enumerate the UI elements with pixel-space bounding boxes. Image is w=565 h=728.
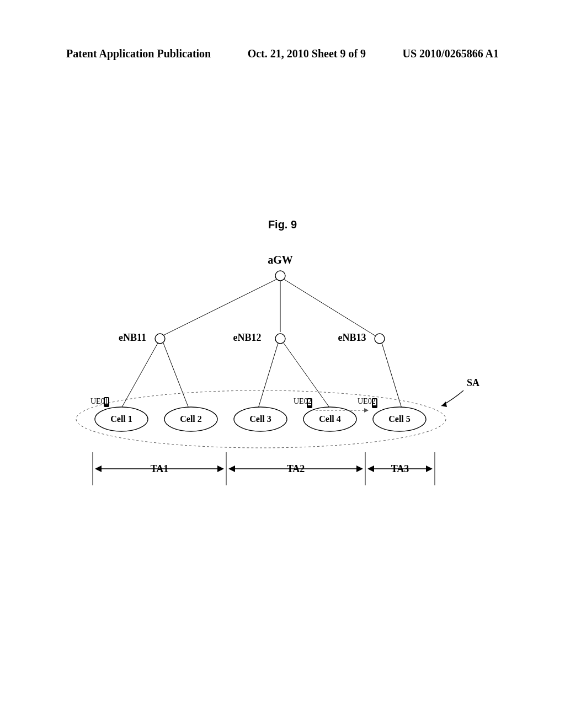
enb11-node-icon (155, 334, 165, 344)
ta2-label: TA2 (287, 463, 305, 474)
cell-label: Cell 2 (180, 414, 202, 424)
agw-label: aGW (268, 254, 293, 266)
svg-marker-32 (426, 465, 433, 472)
ue02-prime-label: UE02' (358, 397, 377, 405)
cell-3: Cell 3 (234, 407, 287, 431)
svg-marker-19 (364, 408, 369, 413)
cell-5: Cell 5 (373, 407, 426, 431)
enb11-label: eNB11 (119, 332, 146, 343)
svg-marker-31 (367, 465, 374, 472)
cell-label: Cell 5 (388, 414, 411, 424)
svg-line-5 (258, 343, 278, 408)
cell-label: Cell 3 (249, 414, 271, 424)
svg-line-3 (121, 343, 158, 408)
svg-line-4 (163, 343, 189, 408)
enb13-label: eNB13 (338, 332, 366, 343)
ta1-label: TA1 (151, 463, 169, 474)
svg-line-7 (382, 343, 402, 408)
cell-1: Cell 1 (95, 407, 148, 431)
enb12-label: eNB12 (233, 332, 262, 343)
cell-label: Cell 4 (319, 414, 341, 424)
header-left: Patent Application Publication (66, 47, 211, 60)
svg-marker-25 (95, 465, 102, 472)
header-right: US 2010/0265866 A1 (403, 47, 499, 60)
cell-label: Cell 1 (110, 414, 132, 424)
diagram: aGW eNB11 eNB12 eNB13 SA Cell 1 Cell 2 (71, 254, 490, 507)
svg-marker-26 (217, 465, 224, 472)
cell-2: Cell 2 (164, 407, 217, 431)
sa-label: SA (467, 377, 479, 388)
page: Patent Application Publication Oct. 21, … (0, 0, 565, 728)
svg-line-0 (161, 279, 277, 336)
page-header: Patent Application Publication Oct. 21, … (66, 47, 499, 60)
enb13-node-icon (375, 334, 385, 344)
enb12-node-icon (275, 334, 285, 344)
svg-marker-28 (228, 465, 235, 472)
agw-node-icon (275, 271, 285, 281)
ta3-label: TA3 (391, 463, 409, 474)
header-center: Oct. 21, 2010 Sheet 9 of 9 (248, 47, 366, 60)
sa-arrow-icon (441, 402, 447, 407)
figure-label: Fig. 9 (0, 218, 565, 231)
ue02-label: UE02 (294, 397, 312, 405)
svg-line-2 (284, 279, 376, 336)
ue01-label: UE01 (90, 397, 109, 405)
svg-marker-29 (356, 465, 363, 472)
